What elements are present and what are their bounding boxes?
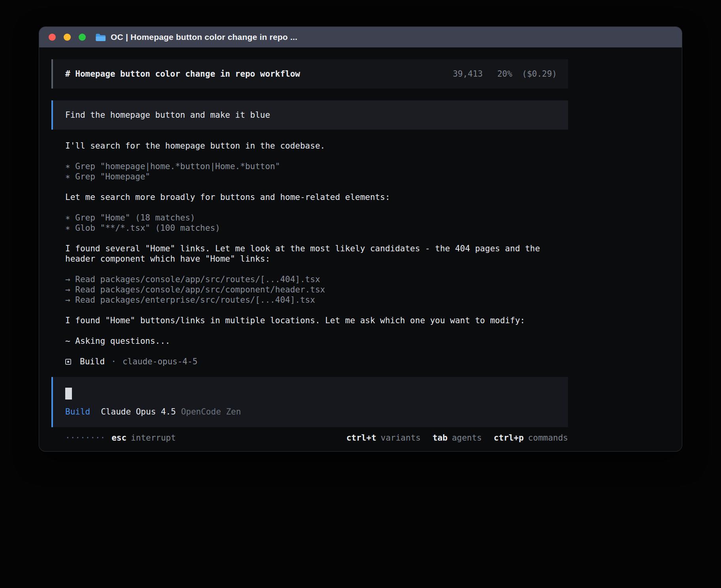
hint-label: interrupt [131,433,176,443]
assistant-text-line: Let me search more broadly for buttons a… [65,192,555,202]
zoom-button[interactable] [79,34,86,41]
agent-name: Build [80,356,105,367]
traffic-lights [49,34,86,41]
assistant-transcript: I'll search for the homepage button in t… [65,141,555,367]
terminal-window: OC | Homepage button color change in rep… [39,27,682,451]
hint-label: variants [381,433,421,443]
context-percent: 20% [497,69,512,79]
mode-label: Build [65,407,90,417]
hint-key: tab [432,433,447,443]
tool-call-line: → Read packages/console/app/src/componen… [65,285,555,295]
agent-status-row: Build · claude-opus-4-5 [65,356,555,367]
model-label: Claude Opus 4.5 [101,407,176,417]
provider-label: OpenCode Zen [181,407,241,417]
tool-call-line: ∗ Glob "**/*.tsx" (100 matches) [65,223,555,233]
minimize-button[interactable] [64,34,71,41]
hint-commands: ctrl+p commands [494,433,568,443]
status-line: ~ Asking questions... [65,336,555,346]
tool-call-line: ∗ Grep "Home" (18 matches) [65,213,555,223]
hint-variants: ctrl+t variants [346,433,421,443]
status-bar: ········ esc interrupt ctrl+t variants t… [65,433,568,443]
user-message-text: Find the homepage button and make it blu… [65,110,270,120]
hint-key: ctrl+t [346,433,376,443]
tool-call-line: ∗ Grep "homepage|home.*button|Home.*butt… [65,161,555,172]
text-cursor [65,388,72,400]
hint-label: commands [528,433,568,443]
session-stats: 39,413 20% ($0.29) [453,69,557,79]
hint-label: agents [452,433,482,443]
prompt-input[interactable]: Build Claude Opus 4.5 OpenCode Zen [51,377,568,427]
tool-call-line: → Read packages/enterprise/src/routes/[.… [65,295,555,305]
session-header: # Homepage button color change in repo w… [51,59,568,89]
tool-call-line: ∗ Grep "Homepage" [65,172,555,182]
spinner-dots: ········ [65,433,105,443]
assistant-text-line: I found "Home" buttons/links in multiple… [65,315,555,326]
input-meta: Build Claude Opus 4.5 OpenCode Zen [65,407,557,417]
square-dot-icon [65,359,71,365]
hint-key: ctrl+p [494,433,524,443]
tool-call-line: → Read packages/console/app/src/routes/[… [65,274,555,285]
window-title: OC | Homepage button color change in rep… [111,32,297,42]
folder-icon [95,33,106,41]
assistant-text-line: I found several "Home" links. Let me loo… [65,243,555,264]
close-button[interactable] [49,34,56,41]
hint-agents: tab agents [432,433,482,443]
hint-interrupt: esc interrupt [111,433,176,443]
session-title: # Homepage button color change in repo w… [65,69,300,79]
agent-model: claude-opus-4-5 [123,356,198,367]
assistant-text-line: I'll search for the homepage button in t… [65,141,555,151]
session-cost: ($0.29) [522,69,557,79]
hint-key: esc [111,433,126,443]
terminal-content: # Homepage button color change in repo w… [39,47,682,443]
titlebar: OC | Homepage button color change in rep… [39,27,682,47]
agent-separator: · [111,356,116,367]
user-message: Find the homepage button and make it blu… [51,100,568,130]
token-count: 39,413 [453,69,483,79]
